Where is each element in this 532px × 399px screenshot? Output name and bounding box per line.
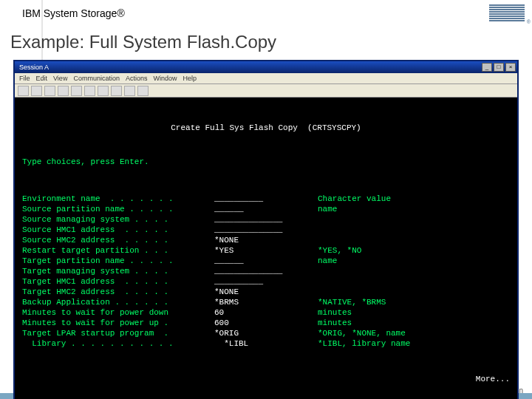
- field-row: Source HMC2 address . . . . .*NONE: [22, 235, 510, 245]
- field-label: Target managing system . . . .: [22, 266, 214, 276]
- brand-title: IBM System Storage®: [22, 7, 125, 19]
- field-hint: minutes: [318, 307, 352, 318]
- field-label: Source managing system . . . .: [22, 214, 214, 225]
- field-row: Minutes to wait for power up .600minutes: [22, 318, 510, 328]
- toolbar-button[interactable]: [137, 86, 149, 96]
- slide-title: Example: Full System Flash.Copy: [0, 26, 532, 60]
- maximize-button[interactable]: □: [494, 63, 504, 72]
- toolbar-button[interactable]: [111, 86, 122, 96]
- menu-edit[interactable]: Edit: [36, 75, 48, 82]
- field-hint: name: [318, 256, 337, 266]
- toolbar-button[interactable]: [58, 86, 69, 96]
- field-label: Restart target partition . . .: [22, 245, 214, 256]
- field-row: Library . . . . . . . . . . . *LIBL*LIBL…: [22, 338, 510, 349]
- menu-communication[interactable]: Communication: [73, 75, 120, 82]
- field-row: Target LPAR startup program .*ORIG*ORIG,…: [22, 328, 510, 338]
- field-label: Backup Application . . . . . .: [22, 297, 214, 307]
- menu-view[interactable]: View: [53, 75, 67, 82]
- field-row: Target managing system . . . .__________…: [22, 266, 510, 276]
- field-hint: *LIBL, library name: [318, 338, 410, 349]
- field-hint: minutes: [318, 318, 352, 328]
- menu-actions[interactable]: Actions: [126, 75, 148, 82]
- field-value[interactable]: ______________: [214, 225, 318, 235]
- close-button[interactable]: ×: [505, 63, 516, 72]
- field-value[interactable]: *NONE: [214, 235, 318, 245]
- field-label: Target HMC1 address . . . . .: [22, 276, 214, 287]
- field-label: Source partition name . . . . .: [22, 204, 214, 214]
- field-value[interactable]: *ORIG: [214, 328, 318, 338]
- field-value[interactable]: *NONE: [214, 287, 318, 297]
- toolbar-button[interactable]: [71, 86, 82, 96]
- field-list: Environment name . . . . . . .__________…: [22, 194, 510, 349]
- toolbar-button[interactable]: [84, 86, 95, 96]
- minimize-button[interactable]: _: [482, 63, 492, 72]
- field-value[interactable]: ______: [214, 256, 318, 266]
- menubar: File Edit View Communication Actions Win…: [15, 73, 517, 84]
- field-value[interactable]: ______________: [214, 214, 318, 225]
- field-row: Target HMC2 address . . . . .*NONE: [22, 287, 510, 297]
- field-row: Source managing system . . . .__________…: [22, 214, 510, 225]
- menu-help[interactable]: Help: [183, 75, 197, 82]
- field-label: Source HMC1 address . . . . .: [22, 225, 214, 235]
- field-value[interactable]: ______________: [214, 266, 318, 276]
- field-row: Restart target partition . . .*YES*YES, …: [22, 245, 510, 256]
- field-label: Environment name . . . . . . .: [22, 194, 214, 204]
- field-value[interactable]: *BRMS: [214, 297, 318, 307]
- field-label: Minutes to wait for power down: [22, 307, 214, 318]
- toolbar-button[interactable]: [124, 86, 135, 96]
- field-value[interactable]: *YES: [214, 245, 318, 256]
- toolbar-button[interactable]: [44, 86, 55, 96]
- field-value[interactable]: *LIBL: [214, 338, 318, 349]
- terminal-window: Session A _ □ × File Edit View Communica…: [13, 60, 519, 399]
- field-row: Minutes to wait for power down60minutes: [22, 307, 510, 318]
- field-row: Target partition name . . . . .______nam…: [22, 256, 510, 266]
- field-label: Minutes to wait for power up .: [22, 318, 214, 328]
- field-hint: name: [318, 204, 337, 214]
- field-value[interactable]: 60: [214, 307, 318, 318]
- field-value[interactable]: ______: [214, 204, 318, 214]
- toolbar: [15, 84, 517, 98]
- field-row: Backup Application . . . . . .*BRMS*NATI…: [22, 297, 510, 307]
- field-label: Target partition name . . . . .: [22, 256, 214, 266]
- field-row: Source partition name . . . . .______nam…: [22, 204, 510, 214]
- ibm-logo: [489, 4, 525, 21]
- toolbar-button[interactable]: [31, 86, 42, 96]
- field-row: Source HMC1 address . . . . .___________…: [22, 225, 510, 235]
- field-hint: *ORIG, *NONE, name: [318, 328, 406, 338]
- field-row: Target HMC1 address . . . . .__________: [22, 276, 510, 287]
- terminal-screen[interactable]: Create Full Sys Flash Copy (CRTSYSCPY) T…: [15, 98, 517, 399]
- menu-window[interactable]: Window: [153, 75, 177, 82]
- window-title: Session A: [16, 64, 49, 71]
- field-row: Environment name . . . . . . .__________…: [22, 194, 510, 204]
- field-label: Target HMC2 address . . . . .: [22, 287, 214, 297]
- more-indicator: More...: [22, 374, 510, 384]
- field-value[interactable]: 600: [214, 318, 318, 328]
- field-hint: Character value: [318, 194, 391, 204]
- screen-prompt: Type choices, press Enter.: [22, 157, 510, 167]
- toolbar-button[interactable]: [18, 86, 29, 96]
- field-label: Target LPAR startup program .: [22, 328, 214, 338]
- field-hint: *YES, *NO: [318, 245, 361, 256]
- toolbar-button[interactable]: [98, 86, 109, 96]
- menu-file[interactable]: File: [19, 75, 30, 82]
- field-value[interactable]: __________: [214, 194, 318, 204]
- field-value[interactable]: __________: [214, 276, 318, 287]
- screen-title: Create Full Sys Flash Copy (CRTSYSCPY): [22, 123, 510, 133]
- field-label: Source HMC2 address . . . . .: [22, 235, 214, 245]
- field-label: Library . . . . . . . . . . .: [22, 338, 214, 349]
- field-hint: *NATIVE, *BRMS: [318, 297, 386, 307]
